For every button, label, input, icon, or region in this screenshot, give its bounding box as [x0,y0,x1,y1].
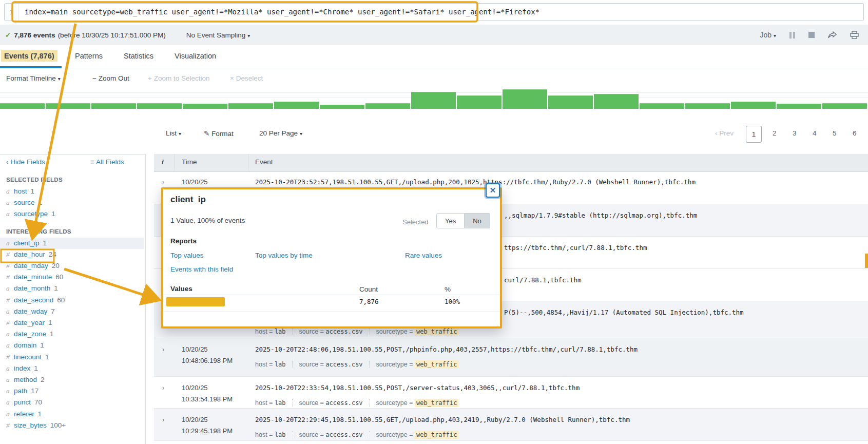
field-punct[interactable]: apunct70 [0,397,144,408]
histogram-bar-15[interactable] [640,103,684,109]
list-view-dropdown[interactable]: List▾ [166,129,181,137]
meta-host[interactable]: host = lab [255,361,286,368]
field-size_bytes[interactable]: #size_bytes100+ [0,420,144,431]
expand-chevron-icon[interactable]: › [162,178,164,186]
meta-source[interactable]: source = access.csv [292,328,363,335]
event-raw-text-partial[interactable]: curl/7.88.1,tbfc.thm [504,276,582,284]
meta-host[interactable]: host = lab [255,431,286,438]
event-raw-text-partial[interactable]: ttps://tbfc.thm/,curl/7.88.1,tbfc.thm [504,244,647,252]
meta-source[interactable]: source = access.csv [292,431,363,438]
field-date_wday[interactable]: adate_wday7 [0,306,144,317]
field-source[interactable]: asource1 [0,197,144,208]
pause-icon[interactable] [789,32,795,38]
print-icon[interactable] [850,31,859,39]
field-date_mday[interactable]: #date_mday20 [0,260,144,272]
field-date_zone[interactable]: adate_zone1 [0,329,144,340]
search-query-input[interactable]: index=main sourcetype=web_traffic user_a… [18,4,863,21]
event-raw-text-partial[interactable]: P(5)--,500,4854,,Havij/1.17 (Automated S… [504,308,744,316]
meta-source[interactable]: source = access.csv [292,361,363,368]
tab-statistics[interactable]: Statistics [121,50,157,62]
field-referer[interactable]: areferer1 [0,409,144,420]
histogram-bar-13[interactable] [548,95,593,109]
histogram-bar-2[interactable] [46,103,90,109]
histogram-bar-11[interactable] [457,95,501,109]
job-menu[interactable]: Job▾ [760,31,776,39]
report-link-rare-values[interactable]: Rare values [405,252,442,259]
field-index[interactable]: aindex1 [0,363,144,374]
histogram-bar-4[interactable] [137,103,182,109]
expand-chevron-icon[interactable]: › [162,384,164,392]
share-icon[interactable] [828,31,837,39]
expand-chevron-icon[interactable]: › [162,416,164,423]
tab-visualization[interactable]: Visualization [171,50,219,62]
field-date_hour[interactable]: #date_hour24 [0,249,144,260]
histogram-bar-7[interactable] [274,102,319,109]
stop-icon[interactable] [808,32,815,38]
redacted-value-highlight[interactable] [166,297,225,306]
format-results-button[interactable]: ✎ Format [204,129,234,138]
tab-patterns[interactable]: Patterns [72,50,106,62]
field-type-icon: a [6,409,14,420]
hide-fields-link[interactable]: ‹ Hide Fields [6,158,45,166]
pagination-page-1[interactable]: 1 [746,126,762,143]
field-date_second[interactable]: #date_second60 [0,295,144,306]
field-date_year[interactable]: #date_year1 [0,317,144,329]
histogram-bar-9[interactable] [365,103,410,109]
report-link-top-values-by-time[interactable]: Top values by time [255,252,313,259]
event-raw-text-partial[interactable]: ,,sqlmap/1.7.9#stable (http://sqlmap.org… [504,211,697,219]
meta-host[interactable]: host = lab [255,399,286,407]
search-bar[interactable]: 1 index=main sourcetype=web_traffic user… [4,3,864,21]
field-sourcetype[interactable]: asourcetype1 [0,208,144,220]
selected-yes-button[interactable]: Yes [436,213,465,228]
field-client_ip[interactable]: aclient_ip1 [0,238,144,249]
field-method[interactable]: amethod2 [0,374,144,385]
events-timeline-histogram[interactable] [0,88,868,109]
meta-sourcetype[interactable]: sourcetype = web_traffic [369,431,459,438]
meta-host[interactable]: host = lab [255,328,286,335]
histogram-bar-12[interactable] [503,89,547,109]
tab-events[interactable]: Events (7,876) [1,50,57,62]
events-with-field-link[interactable]: Events with this field [170,265,233,273]
histogram-bar-16[interactable] [685,103,730,109]
meta-sourcetype[interactable]: sourcetype = web_traffic [369,399,459,407]
histogram-bar-8[interactable] [320,105,364,109]
histogram-bar-6[interactable] [228,103,273,109]
histogram-bar-3[interactable] [91,103,136,109]
meta-source[interactable]: source = access.csv [292,399,363,407]
event-sampling-dropdown[interactable]: No Event Sampling▾ [186,31,250,39]
zoom-out-button[interactable]: − Zoom Out [92,74,129,82]
field-path[interactable]: apath17 [0,385,144,397]
close-icon[interactable]: ✕ [486,183,500,198]
histogram-bar-19[interactable] [822,103,867,109]
all-fields-link[interactable]: ≡ All Fields [90,158,124,166]
event-raw-text[interactable]: 2025-10-20T22:48:06,198.51.100.55,POST,/… [255,345,638,353]
event-raw-text[interactable]: 2025-10-20T22:29:45,198.51.100.55,GET,/u… [255,416,630,423]
field-type-icon: # [6,317,14,329]
pagination-page-3[interactable]: 3 [793,129,797,137]
selected-no-button[interactable]: No [465,213,490,228]
field-date_month[interactable]: adate_month1 [0,283,144,294]
per-page-dropdown[interactable]: 20 Per Page▾ [259,129,302,137]
event-raw-text[interactable]: 2025-10-20T22:33:54,198.51.100.55,POST,/… [255,384,580,392]
histogram-bar-10[interactable] [411,92,456,109]
event-time: 10:48:06.198 PM [182,357,233,364]
pagination-page-6[interactable]: 6 [853,129,857,137]
meta-sourcetype[interactable]: sourcetype = web_traffic [369,361,459,368]
format-timeline-dropdown[interactable]: Format Timeline▾ [6,74,61,82]
field-linecount[interactable]: #linecount1 [0,352,144,363]
histogram-bar-18[interactable] [777,104,821,109]
pagination-page-4[interactable]: 4 [813,129,817,137]
field-host[interactable]: ahost1 [0,186,144,197]
meta-sourcetype[interactable]: sourcetype = web_traffic [369,328,459,335]
histogram-bar-1[interactable] [0,103,45,109]
event-raw-text[interactable]: 2025-10-20T23:52:57,198.51.100.55,GET,/u… [255,178,696,186]
report-link-top-values[interactable]: Top values [170,252,204,259]
histogram-bar-5[interactable] [183,104,227,109]
expand-chevron-icon[interactable]: › [162,345,164,353]
field-domain[interactable]: adomain1 [0,340,144,351]
field-date_minute[interactable]: #date_minute60 [0,272,144,283]
pagination-page-5[interactable]: 5 [833,129,837,137]
histogram-bar-14[interactable] [594,94,639,109]
histogram-bar-17[interactable] [731,102,776,109]
pagination-page-2[interactable]: 2 [773,129,777,137]
